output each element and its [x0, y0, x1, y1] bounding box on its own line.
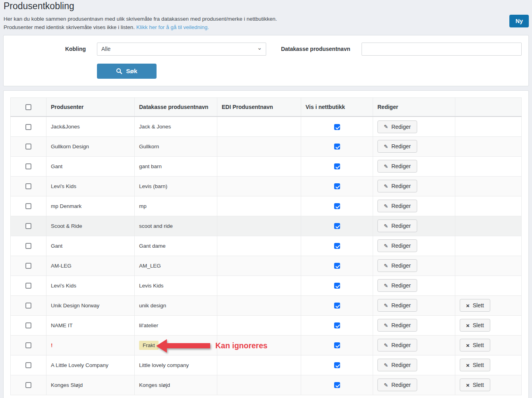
rediger-button[interactable]: ✎ Rediger [377, 379, 417, 391]
slett-button[interactable]: × Slett [460, 359, 490, 371]
filter-panel: Kobling Alle ⌄ Datakasse produsentnavn S… [3, 35, 529, 86]
page-header: Produsentkobling Her kan du koble sammen… [0, 0, 532, 35]
page-title: Produsentkobling [4, 1, 528, 12]
vis-checkbox[interactable] [334, 183, 340, 189]
vis-checkbox[interactable] [334, 163, 340, 169]
datakasse-value: Little lovely company [139, 362, 189, 368]
pencil-icon: ✎ [384, 322, 388, 328]
table-row: mp Denmark mp ✎ Rediger [11, 196, 522, 216]
help-link[interactable]: Klikk her for å gå til veiledning. [136, 24, 209, 30]
row-checkbox[interactable] [25, 124, 31, 130]
rediger-button[interactable]: ✎ Rediger [377, 239, 417, 252]
row-checkbox[interactable] [25, 283, 31, 289]
rediger-button-label: Rediger [391, 183, 411, 189]
edi-cell [217, 116, 301, 136]
datakasse-value: Levis Kids [139, 283, 164, 289]
table-body: Jack&Jones Jack & Jones ✎ Rediger Gullko… [11, 116, 522, 395]
header-empty [455, 97, 522, 116]
pencil-icon: ✎ [384, 243, 388, 249]
rediger-button-label: Rediger [391, 262, 411, 269]
vis-checkbox[interactable] [334, 243, 340, 249]
rediger-button[interactable]: ✎ Rediger [377, 140, 417, 153]
datakasse-value: Levis (barn) [139, 183, 167, 189]
row-checkbox[interactable] [25, 342, 31, 348]
table-row: Konges Sløjd Konges sløjd ✎ Rediger × Sl… [11, 375, 522, 395]
row-checkbox[interactable] [25, 144, 31, 149]
datakasse-value: Gant dame [139, 243, 166, 249]
select-all-checkbox[interactable] [25, 104, 31, 110]
table-row: Gullkorn Design Gullkorn ✎ Rediger [11, 136, 522, 156]
rediger-button-label: Rediger [391, 282, 411, 289]
row-checkbox[interactable] [25, 382, 31, 388]
table-row: Jack&Jones Jack & Jones ✎ Rediger [11, 116, 522, 136]
edi-cell [217, 176, 301, 196]
vis-checkbox[interactable] [334, 342, 340, 348]
rediger-button-label: Rediger [391, 302, 411, 309]
pencil-icon: ✎ [384, 163, 388, 169]
row-checkbox[interactable] [25, 223, 31, 229]
rediger-button[interactable]: ✎ Rediger [377, 359, 417, 371]
table-row: Levi's Kids Levis (barn) ✎ Rediger [11, 176, 522, 196]
produsent-cell: Levi's Kids [46, 176, 135, 196]
rediger-button[interactable]: ✎ Rediger [377, 219, 417, 232]
vis-checkbox[interactable] [334, 382, 340, 388]
row-checkbox[interactable] [25, 183, 31, 189]
vis-checkbox[interactable] [334, 322, 340, 328]
slett-button[interactable]: × Slett [460, 379, 490, 391]
edi-cell [217, 315, 301, 335]
rediger-button[interactable]: ✎ Rediger [377, 319, 417, 332]
vis-checkbox[interactable] [334, 303, 340, 309]
vis-checkbox[interactable] [334, 144, 340, 149]
vis-checkbox[interactable] [334, 283, 340, 289]
rediger-button-label: Rediger [391, 322, 411, 328]
description-line-2-text: Produsenter med identisk skrivemåte vise… [4, 24, 135, 30]
kobling-select[interactable]: Alle [97, 43, 266, 56]
edi-cell [217, 335, 301, 355]
search-icon [116, 68, 122, 74]
vis-checkbox[interactable] [334, 263, 340, 269]
produsent-cell: Unik Design Norway [46, 295, 135, 315]
rediger-button[interactable]: ✎ Rediger [377, 200, 417, 212]
rediger-button[interactable]: ✎ Rediger [377, 180, 417, 192]
row-checkbox[interactable] [25, 243, 31, 249]
rediger-button[interactable]: ✎ Rediger [377, 259, 417, 272]
slett-button-label: Slett [473, 302, 484, 309]
slett-button[interactable]: × Slett [460, 339, 490, 351]
vis-checkbox[interactable] [334, 362, 340, 368]
pencil-icon: ✎ [384, 183, 388, 189]
datakasse-value: Gullkorn [139, 144, 159, 149]
new-button[interactable]: Ny [509, 15, 529, 27]
rediger-button-label: Rediger [391, 243, 411, 249]
kobling-filter-group: Kobling Alle ⌄ [10, 43, 266, 56]
row-checkbox[interactable] [25, 203, 31, 209]
slett-button[interactable]: × Slett [460, 319, 490, 332]
vis-checkbox[interactable] [334, 203, 340, 209]
header-produsenter: Produsenter [46, 97, 135, 116]
vis-checkbox[interactable] [334, 223, 340, 229]
pencil-icon: ✎ [384, 203, 388, 209]
datakasse-value: Frakt [139, 341, 159, 350]
produsent-cell: mp Denmark [46, 196, 135, 216]
search-button[interactable]: Søk [97, 64, 157, 79]
datakasse-input[interactable] [362, 43, 522, 56]
slett-button-label: Slett [473, 362, 484, 368]
datakasse-filter-group: Datakasse produsentnavn [266, 43, 522, 56]
row-checkbox[interactable] [25, 263, 31, 269]
rediger-button[interactable]: ✎ Rediger [377, 279, 417, 292]
row-checkbox[interactable] [25, 322, 31, 328]
datakasse-value: lil'atelier [139, 322, 158, 328]
rediger-button-label: Rediger [391, 203, 411, 209]
vis-checkbox[interactable] [334, 124, 340, 130]
rediger-button[interactable]: ✎ Rediger [377, 299, 417, 312]
table-row: Gant Gant dame ✎ Rediger [11, 236, 522, 256]
rediger-button[interactable]: ✎ Rediger [377, 120, 417, 133]
kobling-label: Kobling [10, 46, 86, 52]
slett-button[interactable]: × Slett [460, 299, 490, 312]
rediger-button[interactable]: ✎ Rediger [377, 160, 417, 173]
rediger-button[interactable]: ✎ Rediger [377, 339, 417, 351]
row-checkbox[interactable] [25, 362, 31, 368]
table-row: AM-LEG AM_LEG ✎ Rediger [11, 256, 522, 276]
row-checkbox[interactable] [25, 163, 31, 169]
row-checkbox[interactable] [25, 303, 31, 309]
rediger-button-label: Rediger [391, 124, 411, 130]
